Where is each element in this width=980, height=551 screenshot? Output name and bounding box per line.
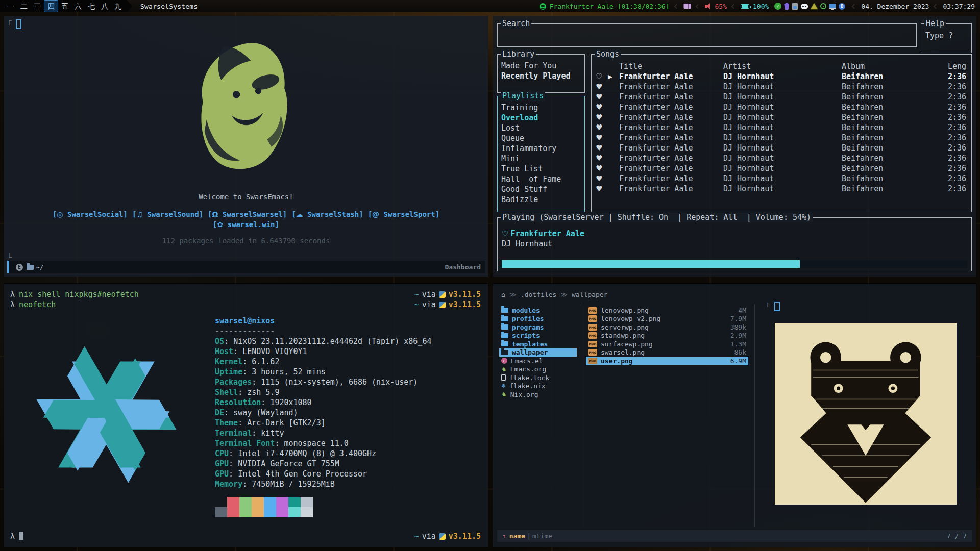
shield-icon[interactable]	[784, 3, 789, 10]
dashboard-link[interactable]: [Ω SwarselSwarsel]	[208, 210, 287, 218]
clock-display[interactable]: 03:37:29	[943, 3, 975, 10]
dir-entry[interactable]: Nix.org	[499, 390, 577, 399]
song-row[interactable]: ♥ Frankfurter Aale DJ Hornhaut Beifahren…	[592, 154, 971, 164]
dir-entry[interactable]: Emacs.el	[499, 357, 577, 365]
playlist-item[interactable]: Lost	[498, 123, 584, 133]
discord-icon[interactable]	[801, 4, 808, 9]
favorite-heart-icon[interactable]: ♥	[596, 154, 602, 163]
song-row[interactable]: ♥ Frankfurter Aale DJ Hornhaut Beifahren…	[592, 103, 971, 113]
file-entry[interactable]: PNG lenovowp.png 4M	[586, 306, 748, 315]
playlist-item[interactable]: Good Stuff	[498, 184, 584, 194]
workspace-button[interactable]: 六	[71, 1, 85, 12]
favorite-heart-icon[interactable]: ♥	[596, 92, 602, 102]
playlist-item[interactable]: Overload	[498, 113, 584, 123]
seek-bar[interactable]	[502, 260, 967, 268]
workspace-button[interactable]: 一	[4, 1, 17, 12]
file-entry[interactable]: PNG serverwp.png 389k	[586, 323, 748, 332]
song-row[interactable]: ♥ Frankfurter Aale DJ Hornhaut Beifahren…	[592, 184, 971, 194]
file-entry[interactable]: PNG surfacewp.png 1.3M	[586, 340, 748, 348]
library-item[interactable]: Recently Played	[498, 71, 584, 81]
tent-icon[interactable]	[811, 3, 818, 9]
now-playing-status[interactable]: Frankfurter Aale [01:38/02:36]	[550, 3, 670, 10]
workspace-button[interactable]: 八	[98, 1, 111, 12]
checkmark-icon[interactable]	[774, 3, 781, 10]
date-display[interactable]: 04. Dezember 2023	[861, 3, 929, 10]
file-entry[interactable]: PNG standwp.png 2.9M	[586, 332, 748, 340]
playlist-item[interactable]: Queue	[498, 133, 584, 143]
playlist-item[interactable]: Inflammatory	[498, 143, 584, 154]
workspace-button[interactable]: 九	[111, 1, 125, 12]
workspace-button[interactable]: 四	[44, 0, 58, 12]
workspace-button[interactable]: 五	[58, 1, 71, 12]
modeline-path: ~/	[36, 263, 44, 271]
favorite-heart-icon[interactable]: ♥	[596, 113, 602, 122]
favorite-heart-icon[interactable]: ♥	[596, 143, 602, 153]
dir-entry[interactable]: flake.nix	[499, 382, 577, 391]
favorite-heart-icon[interactable]: ♥	[596, 133, 602, 142]
dir-entry[interactable]: templates	[499, 340, 577, 348]
breadcrumb-wallpaper[interactable]: wallpaper	[572, 291, 607, 298]
dashboard-link[interactable]: [@ SwarselSport]	[368, 210, 439, 218]
dir-entry[interactable]: modules	[499, 306, 577, 315]
playlist-item[interactable]: Mini	[498, 154, 584, 164]
dir-entry[interactable]: programs	[499, 323, 577, 332]
dir-entry[interactable]: wallpaper	[499, 348, 577, 357]
library-item[interactable]: Made For You	[498, 61, 584, 71]
song-row[interactable]: ♥ Frankfurter Aale DJ Hornhaut Beifahren…	[592, 113, 971, 123]
favorite-heart-icon[interactable]: ♡	[502, 229, 508, 238]
workspace-button[interactable]: 二	[17, 1, 31, 12]
terminal-window[interactable]: λnix shell nixpkgs#neofetch ~viav3.11.5 …	[4, 284, 488, 547]
file-entry[interactable]: PNG user.png 6.9M	[586, 357, 748, 365]
dir-entry[interactable]: flake.lock	[499, 373, 577, 382]
sort-field-alt[interactable]: mtime	[532, 532, 552, 540]
favorite-heart-icon[interactable]: ♡	[596, 72, 602, 81]
home-icon[interactable]: ⌂	[501, 291, 505, 298]
playlist-item[interactable]: Badizzle	[498, 194, 584, 205]
syncthing-icon[interactable]	[820, 3, 826, 9]
dir-entry[interactable]: scripts	[499, 332, 577, 340]
song-row[interactable]: ♥ Frankfurter Aale DJ Hornhaut Beifahren…	[592, 92, 971, 103]
file-entry[interactable]: PNG lenovowp_v2.png 7.9M	[586, 315, 748, 323]
song-row[interactable]: ♥ Frankfurter Aale DJ Hornhaut Beifahren…	[592, 82, 971, 92]
dashboard-link[interactable]: [♫ SwarselSound]	[132, 210, 203, 218]
keyboard-icon[interactable]	[683, 4, 691, 9]
breadcrumb-dotfiles[interactable]: .dotfiles	[521, 291, 556, 298]
file-size: 1.3M	[730, 340, 746, 348]
favorite-heart-icon[interactable]: ♥	[596, 174, 602, 183]
workspace-button[interactable]: 七	[85, 1, 98, 12]
song-row[interactable]: ♥ Frankfurter Aale DJ Hornhaut Beifahren…	[592, 133, 971, 143]
volume-level[interactable]: 65%	[715, 3, 727, 10]
playlist-item[interactable]: True List	[498, 164, 584, 174]
sort-ascending-icon[interactable]: ↑	[502, 532, 506, 540]
terminal-cursor	[19, 532, 23, 540]
sort-field[interactable]: name	[509, 532, 525, 540]
favorite-heart-icon[interactable]: ♥	[596, 123, 602, 132]
song-row[interactable]: ♡ ▶ Frankfurter Aale DJ Hornhaut Beifahr…	[592, 72, 971, 82]
volume-icon[interactable]	[705, 3, 712, 9]
display-icon[interactable]	[829, 4, 836, 9]
chevron-separator-icon	[934, 4, 939, 9]
favorite-heart-icon[interactable]: ♥	[596, 82, 602, 91]
workspace-button[interactable]: 三	[31, 1, 44, 12]
favorite-heart-icon[interactable]: ♥	[596, 164, 602, 173]
swarsel-face-logo	[189, 37, 304, 180]
playlist-item[interactable]: Hall of Fame	[498, 174, 584, 184]
playlist-item[interactable]: Training	[498, 103, 584, 113]
song-row[interactable]: ♥ Frankfurter Aale DJ Hornhaut Beifahren…	[592, 174, 971, 184]
dashboard-link[interactable]: [☁ SwarselStash]	[291, 210, 363, 218]
spotify-icon[interactable]	[540, 3, 546, 10]
file-entry[interactable]: PNG swarsel.png 86k	[586, 348, 748, 357]
keepass-icon[interactable]	[792, 3, 798, 10]
song-row[interactable]: ♥ Frankfurter Aale DJ Hornhaut Beifahren…	[592, 123, 971, 133]
song-row[interactable]: ♥ Frankfurter Aale DJ Hornhaut Beifahren…	[592, 164, 971, 174]
favorite-heart-icon[interactable]: ♥	[596, 103, 602, 112]
dir-entry[interactable]: Emacs.org	[499, 365, 577, 374]
dashboard-link[interactable]: [◎ SwarselSocial]	[53, 210, 128, 218]
song-row[interactable]: ♥ Frankfurter Aale DJ Hornhaut Beifahren…	[592, 143, 971, 154]
terminal-prompt-line[interactable]: λ ~viav3.11.5	[4, 532, 488, 542]
dir-entry[interactable]: profiles	[499, 315, 577, 323]
search-input[interactable]: Search	[497, 23, 917, 47]
favorite-heart-icon[interactable]: ♥	[596, 184, 602, 193]
swarsel-win-link[interactable]: [✿ swarsel.win]	[213, 220, 279, 229]
bluetooth-icon[interactable]	[839, 3, 845, 10]
